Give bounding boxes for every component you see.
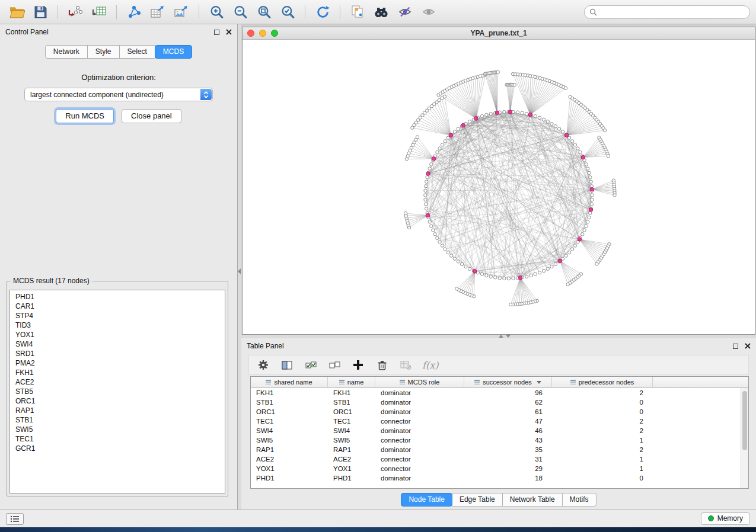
tab-network-table[interactable]: Network Table bbox=[502, 493, 563, 507]
tab-select[interactable]: Select bbox=[119, 45, 155, 59]
column-header-name[interactable]: name bbox=[328, 377, 375, 388]
close-panel-icon[interactable] bbox=[226, 29, 232, 35]
network-node[interactable] bbox=[503, 277, 506, 280]
open-session-button[interactable] bbox=[6, 2, 27, 21]
criterion-dropdown[interactable]: largest connected component (undirected) bbox=[24, 88, 213, 101]
cell-mcds_role[interactable]: connector bbox=[375, 435, 464, 445]
network-node[interactable] bbox=[485, 113, 488, 116]
collapse-down-icon[interactable] bbox=[506, 335, 511, 338]
network-node[interactable] bbox=[586, 167, 589, 170]
float-panel-icon[interactable] bbox=[214, 30, 219, 35]
network-node[interactable] bbox=[550, 122, 553, 125]
cell-successor_nodes[interactable]: 18 bbox=[464, 473, 552, 483]
cell-successor_nodes[interactable]: 46 bbox=[464, 426, 552, 435]
table-row[interactable]: YOX1YOX1connector291 bbox=[251, 464, 748, 473]
select-all-button[interactable] bbox=[304, 358, 318, 372]
network-node[interactable] bbox=[586, 220, 589, 223]
scrollbar-thumb[interactable] bbox=[742, 391, 747, 450]
column-header-MCDS-role[interactable]: MCDS role bbox=[375, 377, 464, 388]
cell-shared_name[interactable]: STB1 bbox=[251, 398, 328, 407]
table-row[interactable]: STB1STB1dominator620 bbox=[251, 398, 748, 407]
cell-successor_nodes[interactable]: 43 bbox=[464, 435, 552, 445]
table-row[interactable]: ORC1ORC1dominator610 bbox=[251, 407, 748, 416]
zoom-out-button[interactable] bbox=[229, 2, 251, 21]
table-row[interactable]: FKH1FKH1dominator962 bbox=[251, 388, 748, 398]
network-hub-node[interactable] bbox=[449, 133, 452, 137]
network-node[interactable] bbox=[453, 257, 456, 260]
mcds-result-node[interactable]: TID3 bbox=[10, 321, 225, 330]
network-hub-node[interactable] bbox=[508, 110, 512, 114]
cell-name[interactable]: ORC1 bbox=[328, 407, 375, 416]
apply-layout-button[interactable] bbox=[312, 2, 333, 21]
network-node[interactable] bbox=[485, 274, 488, 277]
function-builder-button[interactable]: f(x) bbox=[422, 358, 438, 372]
network-node[interactable] bbox=[432, 229, 435, 232]
zoom-in-button[interactable] bbox=[206, 2, 227, 21]
mcds-result-node[interactable]: GCR1 bbox=[10, 444, 225, 453]
network-node[interactable] bbox=[534, 273, 537, 275]
network-node[interactable] bbox=[538, 116, 541, 119]
mcds-result-node[interactable]: PMA2 bbox=[10, 358, 225, 368]
table-row[interactable]: SWI5SWI5connector431 bbox=[251, 435, 748, 445]
network-node[interactable] bbox=[441, 143, 444, 146]
network-node[interactable] bbox=[430, 225, 433, 227]
network-node[interactable] bbox=[480, 114, 483, 117]
cell-name[interactable]: ACE2 bbox=[328, 454, 375, 464]
deselect-all-button[interactable] bbox=[327, 358, 342, 372]
network-node[interactable] bbox=[424, 185, 427, 188]
save-session-button[interactable] bbox=[30, 2, 51, 21]
mcds-result-list[interactable]: PHD1CAR1STP4TID3YOX1SWI4SRD1PMA2FKH1ACE2… bbox=[9, 290, 225, 493]
column-header-predecessor-nodes[interactable]: predecessor nodes bbox=[552, 377, 653, 388]
network-node[interactable] bbox=[554, 124, 557, 127]
network-node[interactable] bbox=[573, 244, 576, 247]
table-row[interactable]: SWI4SWI4dominator462 bbox=[251, 426, 748, 435]
network-node[interactable] bbox=[591, 194, 594, 197]
cell-shared_name[interactable]: ORC1 bbox=[251, 407, 328, 416]
network-node[interactable] bbox=[444, 248, 446, 251]
cell-mcds_role[interactable]: dominator bbox=[375, 445, 464, 454]
table-row[interactable]: PHD1PHD1dominator180 bbox=[251, 473, 748, 483]
network-node[interactable] bbox=[449, 254, 452, 257]
maximize-window-button[interactable] bbox=[271, 30, 278, 37]
network-hub-node[interactable] bbox=[426, 213, 429, 217]
show-columns-button[interactable] bbox=[280, 358, 294, 372]
run-mcds-button[interactable]: Run MCDS bbox=[56, 109, 114, 123]
mcds-result-node[interactable]: SRD1 bbox=[10, 349, 225, 358]
network-node[interactable] bbox=[554, 262, 557, 265]
cell-shared_name[interactable]: TEC1 bbox=[251, 416, 328, 426]
network-hub-node[interactable] bbox=[578, 238, 581, 241]
network-node[interactable] bbox=[457, 127, 460, 130]
network-hub-node[interactable] bbox=[495, 111, 499, 114]
cell-shared_name[interactable]: SWI5 bbox=[251, 435, 328, 445]
network-node[interactable] bbox=[516, 111, 519, 114]
network-node[interactable] bbox=[564, 86, 567, 89]
tab-network[interactable]: Network bbox=[45, 45, 88, 59]
cell-shared_name[interactable]: SWI4 bbox=[251, 426, 328, 435]
network-node[interactable] bbox=[589, 211, 592, 214]
cell-predecessor_nodes[interactable]: 2 bbox=[552, 426, 653, 435]
network-node[interactable] bbox=[424, 189, 427, 192]
cell-name[interactable]: SWI4 bbox=[328, 426, 375, 435]
import-table-disabled-button[interactable] bbox=[398, 358, 413, 372]
import-network-button[interactable] bbox=[65, 2, 86, 21]
network-node[interactable] bbox=[464, 265, 467, 268]
network-hub-node[interactable] bbox=[558, 259, 562, 262]
zoom-selected-button[interactable] bbox=[277, 2, 298, 21]
network-node[interactable] bbox=[496, 70, 499, 73]
network-hub-node[interactable] bbox=[581, 155, 585, 159]
cell-predecessor_nodes[interactable]: 1 bbox=[552, 435, 653, 445]
network-node[interactable] bbox=[433, 233, 436, 236]
column-header-shared-name[interactable]: shared name bbox=[251, 377, 328, 388]
network-node[interactable] bbox=[438, 241, 441, 243]
network-node[interactable] bbox=[424, 194, 427, 197]
table-row[interactable]: ACE2ACE2connector311 bbox=[251, 454, 748, 464]
network-node[interactable] bbox=[579, 150, 582, 153]
cell-mcds_role[interactable]: dominator bbox=[375, 473, 464, 483]
cell-mcds_role[interactable]: connector bbox=[375, 464, 464, 473]
network-node[interactable] bbox=[529, 274, 532, 277]
mcds-result-node[interactable]: ORC1 bbox=[10, 396, 225, 406]
network-node[interactable] bbox=[603, 129, 606, 132]
cell-name[interactable]: PHD1 bbox=[328, 473, 375, 483]
network-node[interactable] bbox=[453, 130, 456, 133]
network-hub-node[interactable] bbox=[590, 187, 594, 191]
